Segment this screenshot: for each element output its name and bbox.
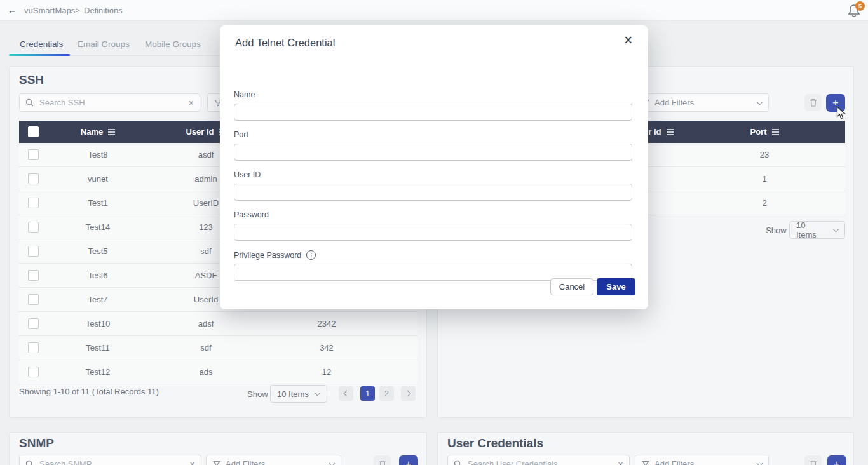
ssh-section-title: SSH (19, 73, 44, 87)
cell-port: 1 (717, 174, 812, 184)
user-credentials-delete-button[interactable] (804, 455, 822, 465)
save-button[interactable]: Save (597, 278, 635, 295)
user-credentials-add-button[interactable]: + (827, 455, 846, 465)
field-label-privilege-password: Privilege Password i (234, 250, 316, 260)
user-credentials-filters-dropdown[interactable]: Add Filters (635, 455, 769, 465)
trash-icon (810, 98, 817, 107)
row-checkbox[interactable] (28, 342, 39, 353)
row-checkbox[interactable] (28, 173, 39, 184)
user-id-field[interactable] (234, 184, 632, 201)
cell-port: 342 (263, 343, 390, 353)
column-header-user-id: User Id (186, 127, 214, 137)
user-credentials-search-box[interactable]: × (447, 455, 630, 465)
cancel-button[interactable]: Cancel (550, 278, 593, 295)
table-row: Test11sdf342 (19, 336, 417, 360)
ssh-page-size-select[interactable]: 10 Items (270, 385, 327, 403)
breadcrumb-separator: > (76, 6, 79, 14)
row-checkbox[interactable] (28, 367, 39, 377)
cell-name: vunet (47, 174, 149, 184)
ssh-records-summary: Showing 1-10 of 11 (Total Records 11) (19, 387, 159, 396)
row-checkbox[interactable] (28, 270, 39, 281)
tab-mobile-groups[interactable]: Mobile Groups (145, 39, 201, 49)
cell-name: Test7 (47, 295, 149, 304)
add-telnet-credential-modal: Add Telnet Credential × Name Port User I… (220, 25, 648, 309)
cell-user-id: adsf (149, 319, 263, 328)
table-row: Test12ads12 (19, 360, 417, 384)
chevron-down-icon (757, 460, 763, 465)
field-label-name: Name (234, 90, 255, 99)
row-checkbox[interactable] (28, 198, 39, 208)
snmp-filters-dropdown[interactable]: Add Filters (206, 455, 341, 465)
info-icon[interactable]: i (306, 250, 316, 260)
row-checkbox[interactable] (28, 246, 39, 257)
column-header-name: Name (81, 127, 103, 137)
user-credentials-search-input[interactable] (466, 459, 613, 465)
select-all-checkbox[interactable] (28, 126, 39, 137)
search-icon (454, 460, 462, 465)
name-field[interactable] (234, 104, 632, 121)
ssh-search-input[interactable] (38, 97, 184, 108)
plus-icon: + (834, 459, 839, 465)
chevron-down-icon (314, 390, 320, 396)
row-checkbox[interactable] (28, 222, 39, 232)
page-size-value: 10 Items (796, 220, 827, 239)
field-label-port: Port (234, 130, 248, 139)
row-checkbox[interactable] (28, 318, 39, 329)
trash-icon (810, 460, 817, 465)
tab-credentials[interactable]: Credentials (20, 39, 63, 49)
pager-prev-button[interactable] (339, 386, 353, 401)
breadcrumb-root[interactable]: vuSmartMaps (24, 6, 75, 15)
active-tab-indicator (9, 54, 70, 56)
chevron-left-icon (344, 391, 350, 397)
snmp-search-input[interactable] (38, 459, 185, 465)
cell-user-id: ads (149, 367, 263, 377)
row-checkbox[interactable] (28, 149, 39, 160)
telnet-filters-label: Add Filters (654, 98, 694, 107)
port-field[interactable] (234, 144, 632, 161)
clear-search-icon[interactable]: × (618, 459, 623, 465)
notifications-button[interactable]: 5 (848, 3, 864, 18)
funnel-icon (213, 461, 220, 465)
close-icon[interactable]: × (624, 33, 632, 48)
cell-port: 23 (717, 150, 812, 159)
pager-page-2[interactable]: 2 (379, 386, 394, 401)
telnet-filters-dropdown[interactable]: Add Filters (635, 93, 769, 112)
cell-name: Test8 (47, 150, 149, 159)
pager-next-button[interactable] (401, 386, 416, 401)
clear-search-icon[interactable]: × (189, 459, 195, 465)
plus-icon: + (405, 459, 411, 465)
telnet-page-size-select[interactable]: 10 Items (789, 221, 845, 239)
page-size-value: 10 Items (277, 389, 309, 399)
cell-user-id: sdf (149, 343, 263, 353)
mouse-cursor (836, 106, 846, 120)
sort-icon[interactable] (667, 129, 674, 130)
snmp-delete-button[interactable] (374, 455, 391, 465)
show-label: Show (766, 226, 787, 235)
show-label: Show (247, 389, 268, 399)
field-label-password: Password (234, 210, 269, 219)
telnet-delete-button[interactable] (804, 94, 822, 111)
field-label-user-id: User ID (234, 170, 261, 179)
cell-port: 2 (717, 198, 812, 208)
trash-icon (379, 460, 386, 465)
table-row: Test10adsf2342 (19, 312, 417, 336)
tab-email-groups[interactable]: Email Groups (78, 39, 130, 49)
ssh-search-box[interactable]: × (19, 93, 200, 112)
snmp-search-box[interactable]: × (19, 455, 201, 465)
back-arrow-icon[interactable]: ← (8, 4, 17, 15)
chevron-down-icon (757, 98, 763, 105)
cell-name: Test11 (47, 343, 149, 353)
pager-page-1[interactable]: 1 (360, 386, 375, 401)
snmp-add-button[interactable]: + (399, 455, 418, 465)
cell-name: Test10 (47, 319, 149, 328)
user-credentials-section-title: User Credentials (447, 436, 543, 450)
snmp-section-title: SNMP (19, 436, 54, 450)
sort-icon[interactable] (108, 129, 115, 130)
chevron-down-icon (833, 226, 839, 232)
password-field[interactable] (234, 224, 632, 241)
sort-icon[interactable] (772, 129, 779, 130)
cell-port: 2342 (263, 319, 390, 328)
row-checkbox[interactable] (28, 294, 39, 305)
clear-search-icon[interactable]: × (188, 98, 194, 107)
cell-name: Test12 (47, 367, 149, 377)
